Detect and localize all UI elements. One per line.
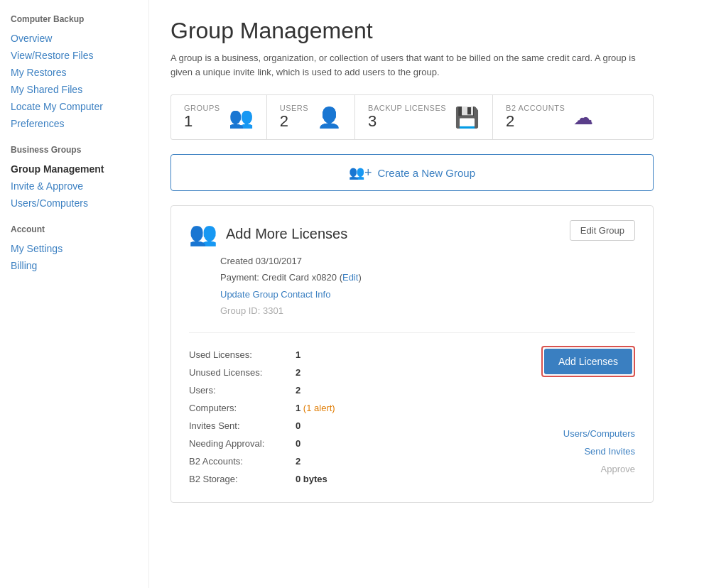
stat-users: USERS 2 👤 — [267, 95, 355, 139]
sidebar-item-my-shared-files[interactable]: My Shared Files — [11, 81, 138, 98]
group-card: 👥 Add More Licenses Edit Group Created 0… — [170, 205, 654, 503]
sidebar-item-invite-approve[interactable]: Invite & Approve — [11, 178, 138, 195]
computers-value: 1 (1 alert) — [296, 403, 352, 413]
b2-icon: ☁ — [573, 106, 593, 129]
group-card-icon: 👥 — [189, 220, 217, 247]
send-invites-link[interactable]: Send Invites — [584, 446, 635, 457]
sidebar-item-overview[interactable]: Overview — [11, 30, 138, 47]
license-table: Used Licenses: 1 Unused Licenses: 2 User… — [189, 346, 527, 488]
license-row-computers: Computers: 1 (1 alert) — [189, 399, 527, 417]
invites-value: 0 — [296, 420, 352, 431]
create-group-icon: 👥+ — [349, 165, 372, 180]
sidebar-item-locate-my-computer[interactable]: Locate My Computer — [11, 98, 138, 115]
computers-count: 1 — [296, 403, 300, 413]
payment-edit-link[interactable]: Edit — [342, 272, 358, 283]
update-contact-link[interactable]: Update Group Contact Info — [220, 289, 330, 300]
unused-licenses-value: 2 — [296, 367, 352, 378]
license-row-needing-approval: Needing Approval: 0 — [189, 435, 527, 452]
stat-backup-licenses: BACKUP LICENSES 3 💾 — [355, 95, 493, 139]
license-row-used: Used Licenses: 1 — [189, 346, 527, 364]
stat-b2-value: 2 — [506, 112, 565, 131]
sidebar-item-group-management[interactable]: Group Management — [11, 160, 138, 178]
group-card-header: 👥 Add More Licenses Edit Group — [189, 220, 635, 247]
approve-link[interactable]: Approve — [601, 464, 635, 474]
license-actions: Add Licenses Users/Computers Send Invite… — [541, 346, 635, 474]
license-row-b2-storage: B2 Storage: 0 bytes — [189, 470, 527, 488]
users-computers-link[interactable]: Users/Computers — [563, 428, 635, 439]
users-value: 2 — [296, 385, 352, 396]
payment-label: Payment: — [220, 272, 259, 283]
stat-b2-accounts: B2 ACCOUNTS 2 ☁ — [493, 95, 606, 139]
users-icon: 👤 — [317, 106, 342, 129]
add-licenses-wrapper: Add Licenses — [541, 346, 635, 377]
sidebar-account-label: Account — [11, 224, 138, 234]
create-group-label: Create a New Group — [377, 167, 475, 179]
group-payment: Payment: Credit Card x0820 (Edit) — [220, 269, 635, 285]
b2-storage-value: 0 bytes — [296, 474, 352, 484]
page-title: Group Management — [170, 18, 683, 44]
unused-licenses-label: Unused Licenses: — [189, 367, 296, 378]
stat-groups-value: 1 — [184, 112, 220, 131]
stat-users-value: 2 — [280, 112, 308, 131]
sidebar-item-my-restores[interactable]: My Restores — [11, 64, 138, 81]
sidebar-item-users-computers[interactable]: Users/Computers — [11, 195, 138, 212]
computers-alert: (1 alert) — [303, 403, 335, 413]
sidebar-item-my-settings[interactable]: My Settings — [11, 240, 138, 257]
sidebar: Computer Backup Overview View/Restore Fi… — [0, 0, 149, 588]
create-new-group-button[interactable]: 👥+ Create a New Group — [170, 154, 654, 191]
users-label: Users: — [189, 385, 296, 396]
license-section: Used Licenses: 1 Unused Licenses: 2 User… — [189, 346, 635, 488]
sidebar-item-view-restore[interactable]: View/Restore Files — [11, 47, 138, 64]
stat-groups-label: GROUPS — [184, 104, 220, 112]
computers-label: Computers: — [189, 403, 296, 413]
b2-storage-label: B2 Storage: — [189, 474, 296, 484]
license-row-users: Users: 2 — [189, 381, 527, 399]
groups-icon: 👥 — [229, 106, 254, 129]
main-content: Group Management A group is a business, … — [149, 0, 704, 588]
needing-approval-value: 0 — [296, 438, 352, 449]
license-row-invites: Invites Sent: 0 — [189, 417, 527, 435]
page-description: A group is a business, organization, or … — [170, 51, 639, 79]
license-row-b2-accounts: B2 Accounts: 2 — [189, 452, 527, 470]
stat-b2-label: B2 ACCOUNTS — [506, 104, 565, 112]
backup-icon: 💾 — [455, 106, 480, 129]
stat-backup-label: BACKUP LICENSES — [368, 104, 446, 112]
license-row-unused: Unused Licenses: 2 — [189, 364, 527, 381]
invites-label: Invites Sent: — [189, 420, 296, 431]
group-name-row: 👥 Add More Licenses — [189, 220, 347, 247]
b2-accounts-value: 2 — [296, 456, 352, 467]
sidebar-business-groups-label: Business Groups — [11, 145, 138, 155]
used-licenses-value: 1 — [296, 349, 352, 360]
stat-groups: GROUPS 1 👥 — [171, 95, 267, 139]
sidebar-computer-backup-label: Computer Backup — [11, 14, 138, 24]
group-card-name: Add More Licenses — [226, 226, 347, 242]
b2-accounts-label: B2 Accounts: — [189, 456, 296, 467]
sidebar-item-billing[interactable]: Billing — [11, 257, 138, 274]
group-card-divider — [189, 332, 635, 333]
used-licenses-label: Used Licenses: — [189, 349, 296, 360]
payment-value: Credit Card x0820 — [262, 272, 337, 283]
needing-approval-label: Needing Approval: — [189, 438, 296, 449]
group-meta: Created 03/10/2017 Payment: Credit Card … — [220, 253, 635, 320]
edit-group-button[interactable]: Edit Group — [570, 220, 635, 241]
stat-users-label: USERS — [280, 104, 308, 112]
group-id: Group ID: 3301 — [220, 303, 635, 319]
add-licenses-button[interactable]: Add Licenses — [544, 349, 632, 374]
sidebar-item-preferences[interactable]: Preferences — [11, 115, 138, 132]
stat-backup-value: 3 — [368, 112, 446, 131]
stats-bar: GROUPS 1 👥 USERS 2 👤 BACKUP LICENSES 3 💾… — [170, 94, 654, 140]
group-created: Created 03/10/2017 — [220, 253, 635, 269]
